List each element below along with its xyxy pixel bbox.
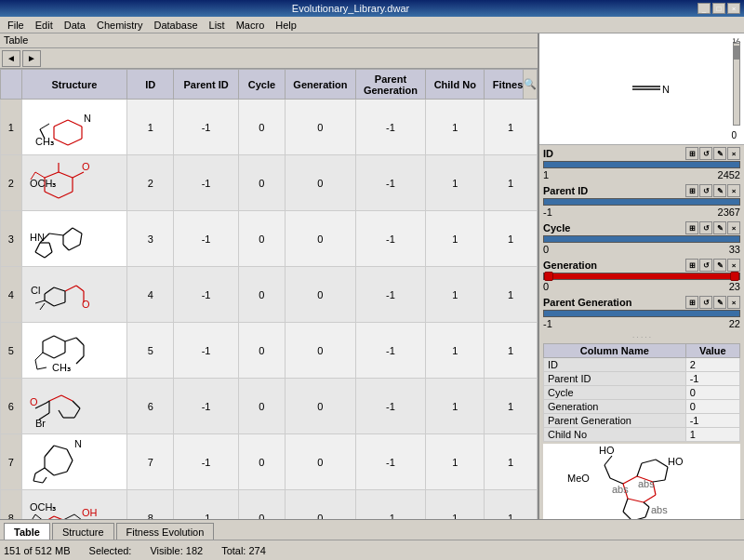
col-cycle[interactable]: Cycle (238, 70, 285, 100)
filter-icon-close[interactable]: × (727, 147, 740, 160)
col-info-row-child-no: Child No 1 (544, 428, 740, 442)
row-num-5: 5 (1, 323, 22, 379)
svg-line-70 (73, 401, 80, 408)
menu-edit[interactable]: Edit (30, 19, 59, 32)
parent-gen-cell-8: -1 (355, 490, 426, 520)
filter-icon-grid[interactable]: ⊞ (685, 147, 698, 160)
close-button[interactable]: × (727, 3, 740, 14)
svg-line-107 (628, 499, 644, 502)
tab-fitness[interactable]: Fitness Evolution (116, 523, 215, 540)
filter-pgen-icon-edit[interactable]: ✎ (713, 296, 726, 309)
column-info-section: Column Name Value ID 2 Parent ID -1 (543, 343, 740, 442)
structure-cell-3[interactable]: HN (21, 211, 126, 267)
structure-cell-1[interactable]: N CH₃ (21, 100, 126, 155)
menu-macro[interactable]: Macro (231, 19, 271, 32)
resize-handle[interactable]: · · · · · (543, 333, 740, 341)
tab-structure[interactable]: Structure (52, 523, 114, 540)
menu-database[interactable]: Database (148, 19, 203, 32)
id-slider-track[interactable] (543, 161, 740, 168)
menu-file[interactable]: File (2, 19, 30, 32)
gen-slider-track[interactable] (543, 273, 740, 280)
parent-gen-max: 22 (729, 318, 740, 329)
col-generation[interactable]: Generation (286, 70, 356, 100)
cycle-slider-range: 0 33 (543, 244, 740, 255)
search-icon[interactable]: 🔍 (523, 70, 537, 99)
svg-text:O: O (82, 299, 90, 310)
structure-cell-4[interactable]: O Cl (21, 267, 126, 323)
structure-cell-2[interactable]: O OCH₃ (21, 155, 126, 211)
svg-line-18 (73, 172, 84, 178)
cycle-cell-6: 0 (238, 379, 285, 434)
filter-icon-reset[interactable]: ↺ (699, 147, 712, 160)
structure-cell-8[interactable]: OCH₃ OH (21, 490, 126, 520)
filter-generation-label: Generation ⊞ ↺ ✎ × (543, 259, 740, 272)
col-parent-gen[interactable]: Parent Generation (355, 70, 426, 100)
col-value-header: Value (685, 344, 739, 358)
filter-gen-icon-grid[interactable]: ⊞ (685, 259, 698, 272)
svg-line-83 (35, 468, 45, 473)
row-num-2: 2 (1, 155, 22, 211)
generation-cell-6: 0 (286, 379, 356, 434)
left-panel: Table ◄ ► Structure ID Parent ID Cycle G… (0, 33, 539, 519)
svg-line-15 (45, 192, 59, 198)
filter-pgen-icon-grid[interactable]: ⊞ (685, 296, 698, 309)
minimize-button[interactable]: _ (698, 3, 711, 14)
structure-cell-7[interactable]: N (21, 434, 126, 490)
filter-id: ID ⊞ ↺ ✎ × 1 2452 (543, 147, 740, 180)
structure-cell-6[interactable]: O Br (21, 379, 126, 434)
vert-slider[interactable] (733, 43, 740, 126)
cycle-slider-track[interactable] (543, 235, 740, 243)
menu-help[interactable]: Help (270, 19, 302, 32)
parent-gen-cell-1: -1 (355, 100, 426, 155)
filter-id-label: ID ⊞ ↺ ✎ × (543, 147, 740, 160)
col-name-parent-gen: Parent Generation (544, 414, 686, 428)
child-no-cell-8: 1 (426, 490, 485, 520)
filter-cycle-icon-close[interactable]: × (727, 221, 740, 234)
filter-pgen-icon-close[interactable]: × (727, 296, 740, 309)
svg-line-12 (59, 172, 73, 178)
col-structure[interactable]: Structure (21, 70, 126, 100)
svg-text:N: N (74, 438, 82, 449)
svg-line-85 (33, 481, 43, 483)
filter-cycle-icon-grid[interactable]: ⊞ (685, 221, 698, 234)
filter-cycle-icon-reset[interactable]: ↺ (699, 221, 712, 234)
col-id[interactable]: ID (127, 70, 174, 100)
filter-cycle-icon-edit[interactable]: ✎ (713, 221, 726, 234)
col-child-no[interactable]: Child No (426, 70, 485, 100)
svg-line-118 (623, 512, 632, 520)
svg-line-38 (54, 287, 65, 291)
filter-gen-icon-close[interactable]: × (727, 259, 740, 272)
filter-parent-icon-edit[interactable]: ✎ (713, 184, 726, 197)
cycle-cell-7: 0 (238, 434, 285, 490)
menu-chemistry[interactable]: Chemistry (91, 19, 149, 32)
child-no-cell-1: 1 (426, 100, 485, 155)
svg-line-119 (632, 517, 645, 520)
svg-line-3 (68, 139, 82, 145)
nav-right-button[interactable]: ► (22, 50, 41, 67)
filter-cycle-label: Cycle ⊞ ↺ ✎ × (543, 221, 740, 234)
structure-cell-5[interactable]: CH₃ (21, 323, 126, 379)
mol-preview-top: ½ N 0 (539, 33, 744, 145)
filter-pgen-icon-reset[interactable]: ↺ (699, 296, 712, 309)
filter-parent-icon-reset[interactable]: ↺ (699, 184, 712, 197)
filter-gen-icon-reset[interactable]: ↺ (699, 259, 712, 272)
filter-icon-edit[interactable]: ✎ (713, 147, 726, 160)
menu-data[interactable]: Data (59, 19, 91, 32)
maximize-button[interactable]: □ (712, 3, 725, 14)
svg-line-94 (35, 514, 45, 520)
svg-text:N: N (662, 84, 670, 95)
menu-list[interactable]: List (204, 19, 231, 32)
generation-cell-3: 0 (286, 211, 356, 267)
col-parent-id[interactable]: Parent ID (174, 70, 238, 100)
table-row: 3 (1, 211, 538, 267)
filter-parent-icon-grid[interactable]: ⊞ (685, 184, 698, 197)
filter-gen-icon-edit[interactable]: ✎ (713, 259, 726, 272)
col-fitness[interactable]: Fitness 🔍 (485, 70, 538, 100)
tab-table[interactable]: Table (4, 523, 50, 540)
cycle-cell-2: 0 (238, 155, 285, 211)
parent-id-slider-track[interactable] (543, 198, 740, 206)
filter-parent-icon-close[interactable]: × (727, 184, 740, 197)
nav-left-button[interactable]: ◄ (2, 50, 20, 67)
parent-id-cell-2: -1 (174, 155, 238, 211)
parent-gen-slider-track[interactable] (543, 310, 740, 317)
